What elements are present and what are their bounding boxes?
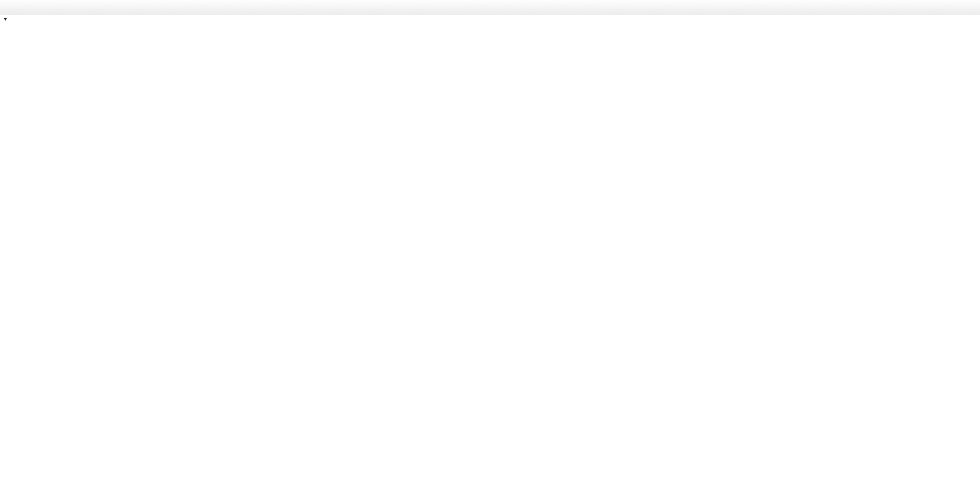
chart-canvas[interactable] <box>0 0 980 484</box>
mt4-window <box>0 0 980 484</box>
toolbar <box>0 0 980 15</box>
collapse-arrow-icon[interactable] <box>3 18 8 21</box>
